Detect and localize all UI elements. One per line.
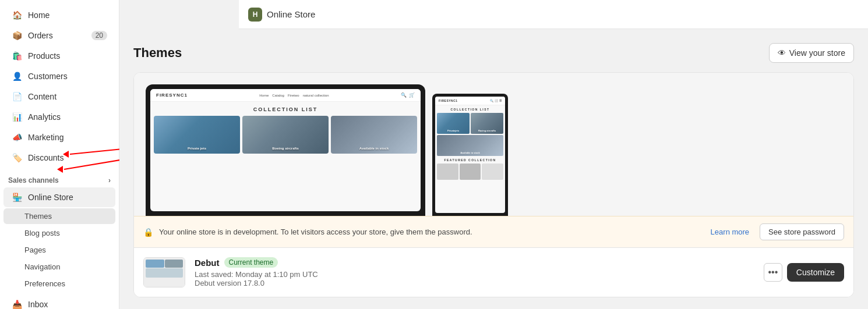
orders-badge: 20 [91, 31, 107, 40]
sidebar-item-customers[interactable]: 👤 Customers [3, 66, 115, 86]
eye-icon: 👁 [778, 48, 786, 58]
theme-thumbnail [143, 257, 185, 287]
page-title: Themes [133, 45, 182, 61]
sidebar-sub-item-pages[interactable]: Pages [3, 242, 115, 258]
sidebar-sub-blog-label: Blog posts [24, 229, 60, 237]
sales-channels-section: Sales channels › [0, 171, 119, 187]
tablet-preview-small: FIRESYNC1 🔍 ⬜ ☰ COLLECTION LIST Privatej… [432, 94, 508, 216]
mock-grid-item-jets: Private jets [154, 116, 240, 154]
see-store-password-button[interactable]: See store password [760, 223, 844, 240]
customize-button[interactable]: Customize [787, 263, 844, 282]
mock-featured-title-small: FEATURED COLLECTION [435, 156, 505, 164]
sidebar-item-home[interactable]: 🏠 Home [3, 5, 115, 25]
sales-channels-arrow: › [108, 176, 111, 184]
customers-icon: 👤 [12, 71, 22, 81]
mock-grid-label-boeing: Boeing aircrafts [242, 147, 329, 150]
sidebar-item-inbox-label: Inbox [28, 300, 48, 309]
mock-brand: FIRESYNC1 [156, 93, 188, 98]
content-icon: 📄 [12, 91, 22, 102]
sidebar-sub-nav-label: Navigation [24, 262, 60, 271]
marketing-icon: 📣 [12, 132, 22, 143]
theme-preview-inner: FIRESYNC1 Home Catalog Firetwo natural c… [134, 73, 853, 216]
sidebar-sub-item-themes[interactable]: Themes [3, 208, 115, 224]
sidebar: 🏠 Home 📦 Orders 20 🛍️ Products 👤 Custome… [0, 0, 119, 309]
theme-info: Debut Current theme Last saved: Monday a… [195, 257, 754, 287]
topbar-title: Online Store [267, 9, 315, 19]
theme-list-item: Debut Current theme Last saved: Monday a… [134, 247, 853, 297]
current-theme-badge: Current theme [224, 257, 278, 268]
products-icon: 🛍️ [12, 51, 22, 61]
tablet-preview-large: FIRESYNC1 Home Catalog Firetwo natural c… [146, 84, 425, 216]
mock-grid: Private jets Boeing aircrafts Available … [150, 116, 421, 154]
sidebar-item-products[interactable]: 🛍️ Products [3, 46, 115, 66]
theme-actions: ••• Customize [764, 263, 844, 282]
mock-grid-label-stock: Available in stock [331, 147, 417, 150]
sidebar-item-customers-label: Customers [28, 72, 68, 81]
sidebar-sub-pages-label: Pages [24, 246, 46, 254]
theme-version: Debut version 17.8.0 [195, 279, 754, 287]
analytics-icon: 📊 [12, 112, 22, 122]
sidebar-sub-prefs-label: Preferences [24, 279, 65, 288]
sidebar-item-products-label: Products [28, 51, 60, 61]
sidebar-item-discounts-label: Discounts [28, 153, 63, 162]
mock-grid-small: Privatejets Racing aircrafts Available i… [435, 113, 505, 156]
theme-more-button[interactable]: ••• [764, 263, 782, 282]
sidebar-item-analytics[interactable]: 📊 Analytics [3, 107, 115, 127]
sidebar-sub-item-blog-posts[interactable]: Blog posts [3, 225, 115, 241]
mock-brand-small: FIRESYNC1 [439, 99, 458, 102]
sidebar-item-marketing[interactable]: 📣 Marketing [3, 127, 115, 147]
alert-text: Your online store is in development. To … [159, 228, 705, 236]
mock-grid-item-boeing: Boeing aircrafts [242, 116, 329, 154]
sidebar-item-inbox[interactable]: 📥 Inbox [3, 294, 115, 309]
mock-small-racing: Racing aircrafts [471, 113, 503, 134]
sidebar-sub-themes-label: Themes [24, 212, 52, 221]
sidebar-sub-item-navigation[interactable]: Navigation [3, 259, 115, 275]
sidebar-item-orders[interactable]: 📦 Orders 20 [3, 26, 115, 45]
orders-icon: 📦 [12, 30, 22, 41]
inbox-icon: 📥 [12, 299, 22, 309]
mock-nav-icons: 🔍 🛒 [401, 93, 415, 98]
tablet-screen-large: FIRESYNC1 Home Catalog Firetwo natural c… [150, 89, 421, 211]
online-store-icon: 🏪 [12, 192, 22, 203]
mock-small-jets: Privatejets [437, 113, 470, 134]
mock-nav-links: Home Catalog Firetwo natural collection [259, 94, 329, 97]
mock-grid-item-stock: Available in stock [331, 116, 417, 154]
sidebar-item-content-label: Content [28, 92, 57, 101]
mock-nav-large: FIRESYNC1 Home Catalog Firetwo natural c… [150, 89, 421, 102]
view-store-button[interactable]: 👁 View your store [769, 43, 854, 63]
sidebar-item-online-store-label: Online Store [28, 193, 73, 202]
theme-name-row: Debut Current theme [195, 257, 754, 268]
mock-grid-label-jets: Private jets [154, 147, 240, 150]
sidebar-item-marketing-label: Marketing [28, 133, 63, 142]
tablet-screen-small: FIRESYNC1 🔍 ⬜ ☰ COLLECTION LIST Privatej… [435, 97, 505, 213]
mock-small-stock: Available in stock [437, 135, 503, 156]
learn-more-link[interactable]: Learn more [711, 228, 749, 236]
sidebar-sub-item-preferences[interactable]: Preferences [3, 276, 115, 292]
sidebar-item-home-label: Home [28, 10, 50, 20]
mock-section-title-small: COLLECTION LIST [435, 105, 505, 113]
theme-name: Debut [195, 258, 220, 268]
topbar: H Online Store [239, 0, 868, 29]
sales-channels-label: Sales channels [8, 176, 59, 184]
sidebar-item-content[interactable]: 📄 Content [3, 87, 115, 106]
sidebar-item-online-store[interactable]: 🏪 Online Store [3, 187, 115, 207]
discounts-icon: 🏷️ [12, 152, 22, 163]
mock-featured-grid-small [435, 164, 505, 180]
page-header: Themes 👁 View your store [133, 43, 854, 63]
sidebar-item-discounts[interactable]: 🏷️ Discounts [3, 148, 115, 168]
topbar-store-icon: H [248, 8, 262, 22]
mock-nav-icons-small: 🔍 ⬜ ☰ [490, 99, 502, 102]
theme-preview-card: FIRESYNC1 Home Catalog Firetwo natural c… [133, 72, 854, 297]
mock-section-title: COLLECTION LIST [150, 102, 421, 116]
sidebar-item-analytics-label: Analytics [28, 112, 61, 122]
alert-banner: 🔒 Your online store is in development. T… [134, 216, 853, 247]
lock-icon: 🔒 [143, 228, 153, 237]
theme-last-saved: Last saved: Monday at 1:10 pm UTC [195, 270, 754, 279]
sidebar-item-orders-label: Orders [28, 31, 53, 40]
mock-nav-small: FIRESYNC1 🔍 ⬜ ☰ [435, 97, 505, 105]
home-icon: 🏠 [12, 10, 22, 20]
main-content: Themes 👁 View your store FIRESYNC1 Home … [119, 29, 868, 309]
